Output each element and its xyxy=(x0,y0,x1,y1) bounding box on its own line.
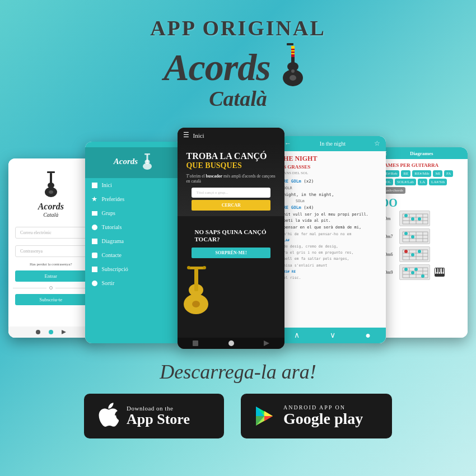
googleplay-text: ANDROID APP ON Google play xyxy=(283,404,363,428)
app-original-title: APP ORIGINAL xyxy=(150,16,326,40)
phone4-back-button[interactable]: ← xyxy=(284,139,291,148)
phone1-login-button[interactable]: Entrar xyxy=(15,270,87,282)
exit-icon xyxy=(92,281,97,286)
phone4-chord-9: m'hi de fer mal pensar-ho no em xyxy=(279,231,386,237)
svg-rect-3 xyxy=(287,43,293,45)
phone4-song-info: ANS DEL SOL xyxy=(279,171,386,178)
phone-song: ← In the night ☆ HE NIGHT S GRASSES ANS … xyxy=(279,136,386,343)
phone2-menu-diagrama[interactable]: Diagrama xyxy=(85,234,184,248)
phone1-email-field[interactable]: Correu electrònic xyxy=(15,227,87,239)
phone2-menu-subscripcio[interactable]: Subscripció xyxy=(85,262,184,276)
svg-point-11 xyxy=(291,69,295,73)
phone4-chord-7: peti la vida al pit. xyxy=(279,218,386,225)
phone4-bottom-nav: ∧ ∨ ● xyxy=(279,328,386,343)
svg-point-73 xyxy=(414,268,418,271)
hamburger-icon[interactable]: ☰ xyxy=(183,131,189,139)
logo-guitar-icon xyxy=(273,38,312,91)
phone2-menu-tutorials[interactable]: Tutorials xyxy=(85,220,184,234)
svg-point-25 xyxy=(187,266,190,269)
phone-login: Acords Català Correu electrònic Contrase… xyxy=(8,158,94,338)
svg-point-62 xyxy=(411,253,414,256)
phone1-subscribe-button[interactable]: Subscriu-te xyxy=(15,294,87,305)
phone2-menu-contacte[interactable]: Contacte xyxy=(85,248,184,262)
phone2-header: Acords xyxy=(85,147,184,178)
phone3-sorpren-button[interactable]: SORPRÈN-ME! xyxy=(192,248,270,258)
svg-point-4 xyxy=(290,75,296,81)
phone5-section-title: RAMES PER GUITARRA xyxy=(381,162,464,168)
phone2-menu-sortir[interactable]: Sortir xyxy=(85,276,184,290)
svg-rect-6 xyxy=(291,49,295,50)
phone5-dom-grid xyxy=(399,211,430,226)
svg-rect-19 xyxy=(147,155,148,162)
phone-menu: Acords Inici Preferi xyxy=(85,142,184,343)
phone5-dom9-diagram: DOm9 xyxy=(381,264,464,280)
phone5-chip-mi[interactable]: MI xyxy=(433,170,442,177)
phone5-do-label: DO xyxy=(381,197,464,209)
svg-rect-83 xyxy=(438,268,440,272)
phone3-search-input[interactable]: Títol cançó o grup... xyxy=(192,188,270,198)
tutorial-icon xyxy=(92,225,97,230)
guitar-decoration-icon xyxy=(178,262,220,318)
diagrama-icon xyxy=(92,239,97,244)
phone4-chord-3: night, in the night, xyxy=(279,192,386,199)
phone3-cercar-button[interactable]: CERCAR xyxy=(192,200,270,211)
apple-icon xyxy=(96,402,119,431)
phone1-logo-subtext: Català xyxy=(14,212,88,218)
phone4-chord-15: RS# RE xyxy=(279,269,386,275)
appstore-text: Download on the App Store xyxy=(127,405,190,428)
phone5-chip-la[interactable]: LA xyxy=(418,179,427,185)
phone1-password-field[interactable]: Contrasenya xyxy=(15,245,87,257)
phone1-forgot-text: Has perdut la contrasenya? xyxy=(8,262,94,267)
appstore-button[interactable]: Download on the App Store xyxy=(84,394,224,438)
phone4-chord-11: de desig, cremo de desig, xyxy=(279,244,386,250)
phone4-nav-play[interactable]: ● xyxy=(365,330,371,340)
descarrega-text: Descarrega-la ara! xyxy=(160,360,316,384)
phone3-hero-title: TROBA LA CANÇÓ xyxy=(186,151,276,161)
phone4-chord-6: nit vull ser jo el meu propi perill. xyxy=(279,212,386,218)
phone4-chord-13: pell em fa saltar pels marges, xyxy=(279,256,386,262)
phone4-chord-5: RE GOLm (x4) xyxy=(279,204,386,212)
phone2-menu-preferides[interactable]: Preferides xyxy=(85,192,184,206)
phone5-dom9-grid xyxy=(399,264,430,280)
home-icon xyxy=(92,183,97,188)
phone1-nav-dot-active xyxy=(49,330,53,334)
phone5-dom7-diagram: DOm7 xyxy=(381,228,464,244)
phone4-nav-down[interactable]: ∨ xyxy=(330,330,335,340)
svg-rect-5 xyxy=(291,46,295,49)
screenshots-area: Acords Català Correu electrònic Contrase… xyxy=(8,119,468,349)
phone5-chip-remib[interactable]: RE#/Mib xyxy=(412,170,431,177)
phone2-menu-inici[interactable]: Inici xyxy=(85,178,184,192)
phone3-bottom-nav xyxy=(178,338,284,349)
phone5-dom7-grid xyxy=(399,228,430,244)
phone5-chip-fa[interactable]: FA xyxy=(444,170,453,177)
phone5-content: ☰ Diagrames RAMES PER GUITARRA RE#/Reb R… xyxy=(377,147,468,338)
phone3-lower: NO SAPS QUINA CANÇÓ TOCAR? SORPRÈN-ME! xyxy=(178,216,284,338)
googleplay-button[interactable]: ANDROID APP ON Google play xyxy=(241,394,392,438)
star-icon xyxy=(92,197,97,202)
phone5-chip-re[interactable]: RE xyxy=(401,170,410,177)
phone4-chord-2: DOLR xyxy=(279,185,386,192)
phone2-sidebar: Acords Inici Preferi xyxy=(85,142,184,343)
phone-main: ☰ Inici TROBA LA CANÇÓ QUE BUSQUES T'ofe… xyxy=(178,128,284,349)
phone5-body: RAMES PER GUITARRA RE#/Reb RE RE#/Mib MI… xyxy=(377,159,468,338)
phone-diagrames: ☰ Diagrames RAMES PER GUITARRA RE#/Reb R… xyxy=(377,147,468,338)
phone5-chip-golab[interactable]: SOL#/Lab xyxy=(395,179,416,185)
phone2-menu-grups[interactable]: Grups xyxy=(85,206,184,220)
logo-acords-text: Acords xyxy=(164,43,312,91)
phone5-chord-chips: RE#/Reb RE RE#/Mib MI FA GOL SOL#/Lab LA… xyxy=(381,170,464,194)
phone3-description: T'oferim el buscador més ampli d'acords … xyxy=(186,174,276,185)
subscription-icon xyxy=(92,267,97,272)
logo-text: Acords xyxy=(164,43,312,111)
phone5-chip-lasib[interactable]: LA#/Sib xyxy=(429,179,447,185)
phone4-chord-8: pensar en el que serà demà de mi, xyxy=(279,225,386,231)
svg-point-16 xyxy=(49,190,53,194)
svg-rect-8 xyxy=(291,52,295,53)
phone4-song-author: S GRASSES xyxy=(279,164,386,171)
svg-rect-24 xyxy=(189,267,204,269)
svg-point-49 xyxy=(404,232,408,235)
phone4-nav-up[interactable]: ∧ xyxy=(294,330,300,340)
svg-point-75 xyxy=(421,274,424,278)
phone1-guitar-icon xyxy=(40,169,62,199)
phone4-favorite-button[interactable]: ☆ xyxy=(374,139,380,148)
svg-rect-23 xyxy=(194,269,198,291)
